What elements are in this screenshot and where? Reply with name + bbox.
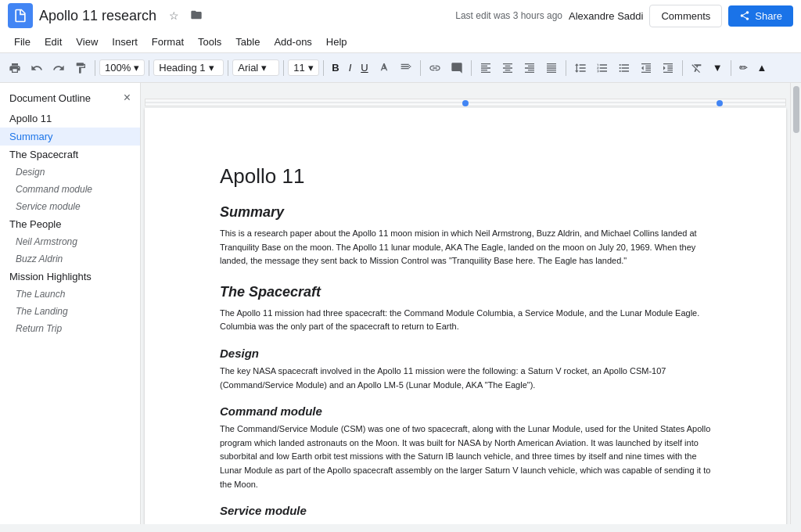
bullet-list-icon	[618, 62, 630, 74]
outline-item-0[interactable]: Apollo 11	[0, 110, 140, 128]
star-button[interactable]: ☆	[166, 8, 182, 23]
clear-format-button[interactable]	[687, 59, 707, 77]
document-page[interactable]: Apollo 11 Summary This is a research pap…	[145, 108, 786, 524]
align-right-icon	[523, 62, 536, 74]
print-icon	[9, 62, 21, 74]
undo-icon	[31, 62, 43, 74]
comment-button[interactable]	[447, 59, 467, 77]
justify-button[interactable]	[541, 59, 562, 77]
font-size-value: 11	[293, 62, 304, 74]
outline-item-9[interactable]: Mission Highlights	[0, 268, 140, 286]
outline-item-8[interactable]: Buzz Aldrin	[0, 250, 140, 268]
outline-item-12[interactable]: Return Trip	[0, 320, 140, 337]
share-button[interactable]: Share	[728, 5, 793, 27]
font-value: Arial	[238, 62, 258, 74]
font-arrow: ▾	[261, 62, 267, 74]
highlight-icon	[400, 62, 412, 74]
user-name: Alexandre Saddi	[569, 10, 643, 22]
align-center-button[interactable]	[497, 59, 518, 77]
scrollbar[interactable]	[790, 83, 801, 524]
title-icons: ☆	[166, 7, 206, 25]
text-color-button[interactable]	[374, 59, 394, 77]
decrease-indent-button[interactable]	[636, 59, 656, 77]
section-heading-command-module: Command module	[220, 404, 711, 418]
separator-10	[731, 60, 731, 76]
sidebar-close-button[interactable]: ×	[124, 91, 131, 105]
outline-item-4[interactable]: Command module	[0, 181, 140, 198]
redo-icon	[52, 62, 65, 74]
section-heading-design: Design	[220, 347, 711, 360]
menu-table[interactable]: Table	[229, 34, 266, 50]
menu-insert[interactable]: Insert	[106, 34, 144, 50]
separator-5	[323, 60, 324, 76]
doc-main-title: Apollo 11	[220, 164, 711, 189]
app-icon	[8, 3, 33, 28]
bold-button[interactable]: B	[328, 59, 343, 76]
comment-icon	[451, 62, 463, 74]
zoom-select[interactable]: 100% ▾	[99, 59, 145, 76]
menu-file[interactable]: File	[8, 34, 37, 50]
menu-tools[interactable]: Tools	[192, 34, 228, 50]
separator-4	[283, 60, 284, 76]
outline-item-2[interactable]: The Spacecraft	[0, 146, 140, 164]
menu-view[interactable]: View	[70, 34, 104, 50]
separator-1	[95, 60, 95, 76]
underline-button[interactable]: U	[357, 59, 372, 76]
section-content-design: The key NASA spacecraft involved in the …	[220, 365, 711, 392]
document-area[interactable]: Apollo 11 Summary This is a research pap…	[141, 83, 790, 524]
folder-button[interactable]	[187, 7, 206, 25]
align-center-icon	[501, 62, 514, 74]
more-options-button[interactable]: ▼	[709, 59, 727, 76]
section-heading-service-module: Service module	[220, 504, 711, 517]
numbered-list-icon	[596, 62, 609, 74]
scrollbar-thumb[interactable]	[793, 86, 799, 133]
separator-8	[566, 60, 566, 76]
separator-2	[149, 60, 149, 76]
separator-6	[420, 60, 421, 76]
undo-button[interactable]	[27, 59, 47, 77]
increase-indent-button[interactable]	[658, 59, 678, 77]
highlight-button[interactable]	[396, 59, 416, 77]
expand-button[interactable]: ▲	[753, 59, 771, 76]
section-content-spacecraft: The Apollo 11 mission had three spacecra…	[220, 307, 711, 334]
header-right: Alexandre Saddi Comments Share	[569, 5, 793, 27]
outline-item-5[interactable]: Service module	[0, 198, 140, 215]
menu-help[interactable]: Help	[320, 34, 354, 50]
section-content-summary: This is a research paper about the Apoll…	[220, 227, 711, 268]
print-button[interactable]	[5, 59, 25, 77]
paint-icon	[74, 62, 87, 74]
outline-item-3[interactable]: Design	[0, 164, 140, 181]
style-select[interactable]: Heading 1 ▾	[153, 59, 224, 76]
line-spacing-button[interactable]	[570, 59, 591, 77]
toolbar: 100% ▾ Heading 1 ▾ Arial ▾ 11 ▾ B I U	[0, 53, 801, 83]
ruler	[145, 99, 786, 106]
format-paint-button[interactable]	[70, 59, 91, 77]
numbered-list-button[interactable]	[592, 59, 612, 77]
main-layout: Document Outline × Apollo 11SummaryThe S…	[0, 83, 801, 524]
share-label: Share	[755, 10, 782, 22]
menu-edit[interactable]: Edit	[38, 34, 68, 50]
link-button[interactable]	[425, 59, 445, 77]
comments-button[interactable]: Comments	[649, 5, 722, 27]
italic-button[interactable]: I	[345, 59, 356, 76]
redo-button[interactable]	[48, 59, 69, 77]
align-right-button[interactable]	[519, 59, 540, 77]
outline-item-7[interactable]: Neil Armstrong	[0, 233, 140, 250]
share-icon	[739, 10, 750, 21]
font-select[interactable]: Arial ▾	[232, 59, 279, 76]
section-heading-summary: Summary	[220, 204, 711, 221]
text-color-icon	[378, 62, 390, 74]
font-size-select[interactable]: 11 ▾	[288, 59, 319, 76]
outline-item-6[interactable]: The People	[0, 215, 140, 233]
outline-item-10[interactable]: The Launch	[0, 286, 140, 303]
bullet-list-button[interactable]	[614, 59, 634, 77]
doc-title[interactable]: Apollo 11 research	[39, 8, 156, 24]
outline-item-1[interactable]: Summary	[0, 128, 140, 146]
draw-button[interactable]: ✏	[735, 59, 752, 76]
menu-addons[interactable]: Add-ons	[268, 34, 318, 50]
bold-icon: B	[332, 62, 339, 74]
outline-item-11[interactable]: The Landing	[0, 303, 140, 320]
align-left-button[interactable]	[476, 59, 496, 77]
sidebar-title: Document Outline	[9, 92, 91, 104]
menu-format[interactable]: Format	[145, 34, 190, 50]
